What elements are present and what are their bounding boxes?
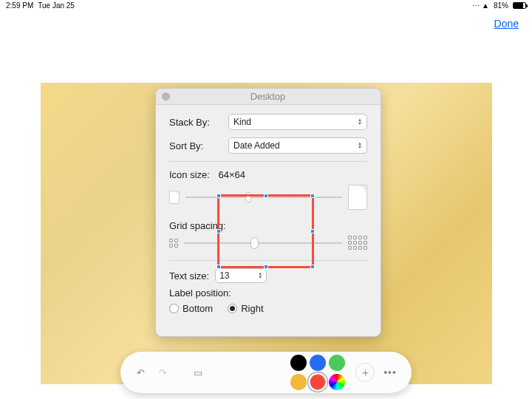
color-picker[interactable] — [329, 374, 345, 390]
panel-title: Desktop — [170, 91, 366, 102]
resize-handle[interactable] — [216, 229, 221, 233]
shapes-button[interactable]: ▭ — [190, 364, 206, 381]
battery-icon — [513, 2, 526, 9]
redo-button[interactable]: ↷ — [154, 364, 171, 381]
color-yellow[interactable] — [290, 374, 307, 390]
grid-dense-icon — [348, 236, 367, 250]
color-blue[interactable] — [310, 355, 326, 371]
text-size-label: Text size: — [169, 270, 209, 282]
close-icon[interactable] — [162, 92, 170, 100]
grid-sparse-icon — [169, 239, 178, 248]
radio-icon — [169, 304, 179, 313]
stack-by-value: Kind — [233, 117, 251, 127]
wifi-icon: ⋯ ▲ — [472, 1, 489, 10]
divider — [169, 161, 367, 162]
radio-icon — [228, 304, 237, 313]
chevron-updown-icon: ▲▼ — [358, 142, 362, 149]
radio-label: Bottom — [183, 303, 213, 314]
sort-by-value: Date Added — [233, 140, 280, 151]
color-green[interactable] — [329, 355, 345, 371]
status-date: Tue Jan 25 — [38, 1, 75, 10]
text-size-select[interactable]: 13 ▲▼ — [215, 268, 267, 283]
text-size-value: 13 — [219, 270, 229, 281]
label-position-label: Label position: — [169, 287, 367, 299]
resize-handle[interactable] — [310, 229, 315, 233]
undo-button[interactable]: ↶ — [132, 364, 149, 381]
label-pos-bottom[interactable]: Bottom — [169, 303, 213, 314]
doc-small-icon — [169, 191, 180, 204]
add-button[interactable]: ＋ — [355, 363, 375, 382]
color-black[interactable] — [290, 355, 307, 371]
markup-toolbar: ↶ ↷ ▭ ＋ ••• — [120, 352, 412, 393]
status-bar: 2:59 PM Tue Jan 25 ⋯ ▲ 81% — [0, 0, 532, 11]
radio-label: Right — [241, 303, 263, 314]
battery-pct: 81% — [494, 1, 508, 10]
resize-handle[interactable] — [264, 265, 268, 269]
more-button[interactable]: ••• — [381, 363, 400, 382]
resize-handle[interactable] — [264, 194, 268, 198]
color-red[interactable] — [310, 374, 326, 390]
sort-by-select[interactable]: Date Added ▲▼ — [228, 137, 367, 154]
chevron-updown-icon: ▲▼ — [258, 272, 262, 279]
sort-by-label: Sort By: — [169, 140, 228, 151]
resize-handle[interactable] — [310, 194, 315, 198]
status-time: 2:59 PM — [6, 1, 33, 10]
stack-by-label: Stack By: — [169, 117, 228, 128]
resize-handle[interactable] — [310, 265, 315, 269]
icon-size-value: 64×64 — [219, 169, 246, 180]
resize-handle[interactable] — [216, 265, 221, 269]
resize-handle[interactable] — [216, 194, 221, 198]
markup-rectangle[interactable] — [217, 194, 314, 268]
chevron-updown-icon: ▲▼ — [358, 118, 362, 126]
done-button[interactable]: Done — [494, 18, 519, 30]
icon-size-label: Icon size: — [169, 169, 210, 180]
doc-large-icon — [348, 185, 367, 210]
panel-titlebar[interactable]: Desktop — [156, 89, 381, 105]
label-pos-right[interactable]: Right — [228, 303, 263, 314]
stack-by-select[interactable]: Kind ▲▼ — [228, 114, 367, 130]
color-palette — [290, 355, 345, 390]
